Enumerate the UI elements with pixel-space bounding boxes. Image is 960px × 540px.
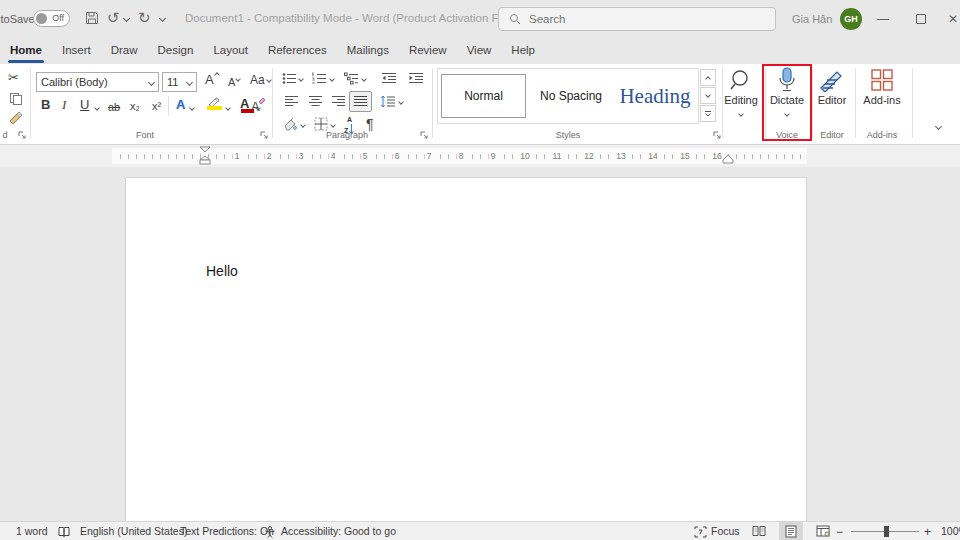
indent-marker-icon[interactable] — [199, 146, 211, 166]
decrease-indent-icon[interactable] — [381, 72, 397, 85]
format-painter-icon[interactable] — [8, 110, 24, 126]
tab-home[interactable]: Home — [0, 38, 52, 64]
read-mode-button[interactable] — [747, 522, 771, 540]
style-heading[interactable]: Heading — [612, 74, 698, 118]
right-indent-marker-icon[interactable] — [722, 154, 734, 164]
justify-button[interactable] — [349, 91, 372, 112]
superscript-button[interactable]: x² — [152, 98, 161, 114]
tab-draw[interactable]: Draw — [101, 38, 148, 64]
align-right-icon[interactable] — [331, 95, 346, 108]
shading-dropdown-icon[interactable] — [300, 122, 306, 128]
bullets-dropdown-icon[interactable] — [298, 76, 304, 82]
editing-button[interactable]: Editing — [718, 66, 764, 128]
tab-view[interactable]: View — [457, 38, 502, 64]
document-page[interactable]: Hello — [125, 177, 807, 521]
paragraph-dialog-launcher-icon[interactable] — [419, 130, 429, 140]
underline-dropdown-icon[interactable] — [94, 105, 100, 111]
zoom-level[interactable]: 100% — [941, 525, 960, 537]
bold-button[interactable]: B — [41, 97, 50, 113]
close-button[interactable]: ✕ — [938, 0, 960, 38]
align-left-icon[interactable] — [284, 95, 299, 108]
text-predictions-status[interactable]: Text Predictions: On — [180, 525, 274, 537]
style-no-spacing[interactable]: No Spacing — [532, 74, 610, 118]
styles-scroll-down-button[interactable] — [700, 87, 716, 104]
numbering-dropdown-icon[interactable] — [329, 76, 335, 82]
tab-layout[interactable]: Layout — [203, 38, 258, 64]
undo-dropdown-icon[interactable] — [123, 15, 130, 22]
customize-qat-icon[interactable] — [159, 15, 166, 22]
dictate-button[interactable]: Dictate — [764, 66, 810, 128]
clipboard-dialog-launcher-icon[interactable] — [17, 130, 27, 140]
line-spacing-button[interactable] — [380, 95, 396, 108]
multilevel-dropdown-icon[interactable] — [361, 76, 367, 82]
text-effects-button[interactable]: A — [176, 97, 185, 113]
line-spacing-dropdown-icon[interactable] — [398, 99, 404, 105]
horizontal-ruler[interactable]: 12345678910111213141516 — [112, 148, 807, 164]
borders-dropdown-icon[interactable] — [330, 122, 336, 128]
strikethrough-button[interactable]: ab — [108, 99, 120, 115]
document-title: Document1 - Compatibility Mode - Word (P… — [185, 12, 507, 24]
subscript-button[interactable]: x₂ — [130, 98, 140, 114]
align-center-icon[interactable] — [308, 95, 323, 108]
search-input[interactable] — [529, 13, 729, 25]
undo-button[interactable]: ↺ — [107, 9, 120, 27]
zoom-in-button[interactable]: + — [924, 525, 931, 539]
zoom-slider-handle[interactable] — [884, 526, 889, 537]
font-family-combo[interactable]: Calibri (Body) — [36, 72, 159, 92]
font-color-button[interactable]: A — [240, 96, 249, 112]
increase-indent-icon[interactable] — [408, 72, 424, 85]
style-normal[interactable]: Normal — [441, 74, 526, 118]
font-color-swatch — [241, 109, 254, 113]
highlight-dropdown-icon[interactable] — [225, 105, 231, 111]
print-layout-icon — [785, 525, 797, 538]
word-count[interactable]: 1 word — [16, 525, 48, 537]
find-icon — [729, 68, 753, 92]
autosave-toggle[interactable]: Off — [33, 10, 70, 27]
ribbon: ✂ d Calibri (Body) 11 A A Aa A B I U ab … — [0, 64, 960, 145]
accessibility-status[interactable]: Accessibility: Good to go — [281, 525, 396, 537]
shrink-font-button[interactable]: A — [228, 74, 240, 90]
language-status[interactable]: English (United States) — [80, 525, 187, 537]
styles-scroll-up-button[interactable] — [700, 69, 716, 86]
multilevel-list-button[interactable] — [344, 72, 359, 85]
shading-button[interactable] — [283, 117, 299, 131]
tab-review[interactable]: Review — [399, 38, 457, 64]
avatar[interactable]: GH — [840, 8, 862, 30]
font-dialog-launcher-icon[interactable] — [259, 130, 269, 140]
minimize-button[interactable]: — — [868, 0, 898, 38]
font-size-combo[interactable]: 11 — [162, 72, 197, 92]
styles-more-button[interactable] — [700, 105, 716, 122]
numbering-button[interactable] — [312, 72, 327, 85]
zoom-out-button[interactable]: − — [836, 525, 843, 539]
italic-button[interactable]: I — [62, 97, 66, 113]
document-text[interactable]: Hello — [206, 263, 238, 279]
change-case-button[interactable]: Aa — [250, 72, 271, 88]
print-layout-button[interactable] — [779, 522, 803, 540]
search-box[interactable] — [498, 7, 776, 31]
grow-font-button[interactable]: A — [205, 72, 219, 88]
focus-button[interactable]: Focus — [711, 525, 740, 537]
bullets-button[interactable] — [282, 72, 297, 85]
redo-button[interactable]: ↻ — [138, 9, 151, 27]
tab-insert[interactable]: Insert — [52, 38, 101, 64]
tab-design[interactable]: Design — [148, 38, 204, 64]
tab-references[interactable]: References — [258, 38, 337, 64]
tab-mailings[interactable]: Mailings — [337, 38, 399, 64]
editor-button[interactable]: Editor — [809, 66, 855, 128]
styles-dialog-launcher-icon[interactable] — [712, 130, 722, 140]
maximize-button[interactable] — [906, 0, 936, 38]
font-size-value: 11 — [167, 76, 178, 88]
text-effects-dropdown-icon[interactable] — [189, 105, 195, 111]
underline-button[interactable]: U — [80, 97, 89, 113]
borders-button[interactable] — [314, 117, 328, 131]
copy-icon[interactable] — [9, 92, 23, 106]
highlight-button[interactable] — [206, 97, 221, 109]
cut-icon[interactable]: ✂ — [8, 70, 19, 86]
proofing-icon[interactable] — [58, 526, 70, 538]
status-bar: 1 word English (United States) Text Pred… — [0, 521, 960, 540]
add-ins-button[interactable]: Add-ins — [856, 66, 908, 128]
save-icon[interactable] — [84, 10, 100, 26]
web-layout-button[interactable] — [811, 522, 835, 540]
tab-help[interactable]: Help — [501, 38, 545, 64]
collapse-ribbon-icon[interactable] — [935, 123, 942, 130]
